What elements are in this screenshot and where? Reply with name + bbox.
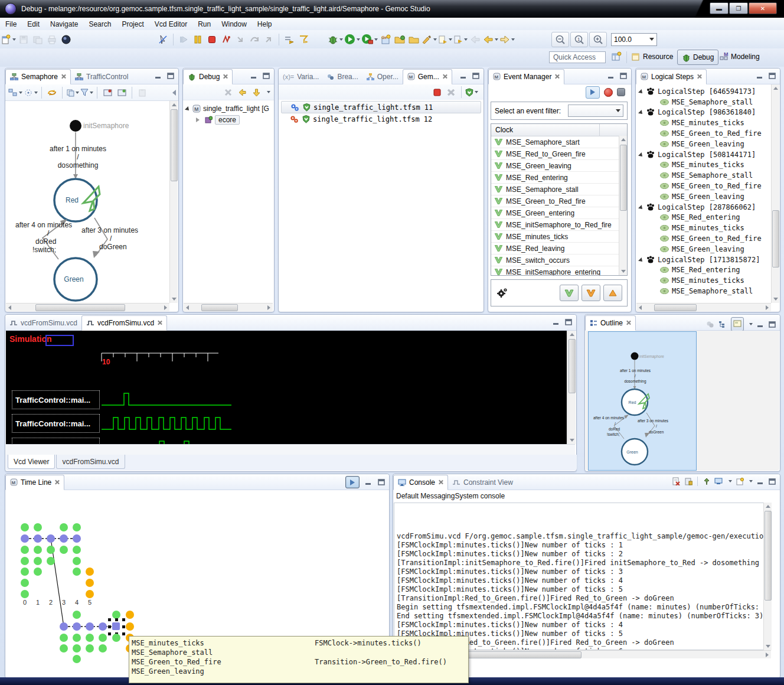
timeline-dot[interactable]: [73, 567, 81, 576]
debug-launch-button[interactable]: [328, 33, 343, 46]
filter-button[interactable]: [80, 86, 93, 99]
logical-step-row[interactable]: LogicalStep [287866062]: [636, 202, 771, 213]
open-folder-icon[interactable]: [407, 33, 420, 46]
timeline-dot[interactable]: [60, 644, 68, 653]
debug-tree-child[interactable]: ecore: [183, 114, 274, 125]
logical-step-row[interactable]: MSE_Red_entering: [636, 265, 771, 276]
engine-row[interactable]: single_traffic_light.tfsm 11: [281, 101, 481, 113]
tab-event-manager[interactable]: M Event Manager: [488, 69, 564, 84]
timeline-dot[interactable]: [73, 644, 81, 653]
selection-handle[interactable]: [115, 618, 118, 621]
menu-item[interactable]: Run: [192, 19, 216, 30]
tab-constraint-view[interactable]: Constraint View: [448, 475, 517, 490]
maximize-view-icon[interactable]: [167, 73, 175, 79]
stop-button[interactable]: [205, 33, 218, 46]
logical-step-row[interactable]: MSE_Green_leaving: [636, 244, 771, 255]
timeline-dot[interactable]: [21, 590, 29, 598]
scroll-right-icon[interactable]: [162, 304, 169, 311]
vcd-signal-label[interactable]: TrafficControl::mai...: [12, 438, 100, 444]
clock-row[interactable]: MSE_minutes_ticks: [491, 231, 627, 243]
logical-step-row[interactable]: MSE_minutes_ticks: [636, 223, 771, 233]
close-icon[interactable]: [554, 74, 560, 79]
display-console-icon[interactable]: [714, 478, 723, 485]
timeline-dot[interactable]: [73, 546, 81, 554]
selection-handle[interactable]: [108, 632, 111, 635]
timeline-dot[interactable]: [86, 644, 94, 653]
timeline-dot[interactable]: [34, 567, 42, 576]
timeline-dot[interactable]: [99, 622, 107, 631]
selection-handle[interactable]: [122, 618, 125, 621]
timeline-dot[interactable]: [73, 523, 81, 531]
scroll-down-icon[interactable]: [568, 436, 576, 444]
clock-row[interactable]: MSE_Red_entering: [491, 172, 627, 184]
refresh-diagram-button[interactable]: [45, 86, 58, 99]
perspective-debug[interactable]: Debug: [677, 50, 718, 65]
event-filter-combo[interactable]: [568, 105, 623, 117]
tab-debug[interactable]: Debug: [183, 69, 233, 84]
maximize-view-icon[interactable]: [620, 73, 628, 79]
close-button[interactable]: ✕: [749, 2, 777, 14]
scroll-down-icon[interactable]: [772, 295, 779, 303]
selection-handle[interactable]: [122, 625, 125, 628]
select-pointer-icon[interactable]: [156, 33, 169, 46]
close-icon[interactable]: [61, 74, 66, 79]
engine-row[interactable]: single_traffic_light.tfsm 12: [281, 113, 481, 125]
timeline-dot[interactable]: [21, 567, 29, 576]
pin-console-icon[interactable]: [703, 478, 710, 485]
selection-mode-button[interactable]: [24, 86, 38, 99]
clock-row[interactable]: MSE_Green_leaving: [491, 160, 627, 172]
copy-appearance-button[interactable]: [66, 86, 79, 99]
maximize-view-icon[interactable]: [472, 73, 480, 79]
step-return-button[interactable]: [262, 33, 275, 46]
scroll-up-icon[interactable]: [764, 503, 772, 510]
logical-step-row[interactable]: MSE_Semaphore_stall: [636, 286, 771, 296]
initial-state-node[interactable]: [70, 120, 81, 132]
export-image-button[interactable]: [101, 86, 114, 99]
disconnect-button[interactable]: [220, 33, 233, 46]
menu-item[interactable]: Vcd Editor: [149, 19, 192, 30]
timeline-dot[interactable]: [86, 590, 94, 598]
record-events-button[interactable]: [604, 88, 613, 97]
diagram-hscrollbar[interactable]: [6, 303, 169, 311]
logical-step-row[interactable]: MSE_Red_entering: [636, 213, 771, 223]
vcd-signal-label[interactable]: TrafficControl::mai...: [12, 390, 100, 409]
minimize-view-icon[interactable]: [365, 479, 373, 485]
timeline-dot[interactable]: [21, 534, 29, 543]
tab-semaphore[interactable]: Semaphore: [5, 69, 71, 84]
timeline-dot[interactable]: [21, 546, 29, 554]
outline-thumbnail[interactable]: initSemaphore after 1 on minutes / dosom…: [588, 331, 697, 471]
tab-gemoc[interactable]: M Gem...: [403, 69, 452, 84]
minimize-view-icon[interactable]: [607, 73, 615, 79]
clock-row[interactable]: MSE_Green_entering: [491, 207, 627, 219]
clear-console-icon[interactable]: [672, 477, 680, 485]
tree-view-icon[interactable]: [718, 321, 727, 328]
vcd-canvas[interactable]: Simulation 10 TrafficControl::mai... Tra…: [6, 331, 567, 444]
clock-row[interactable]: MSE_Semaphore_stall: [491, 184, 627, 195]
scroll-left-icon[interactable]: [6, 304, 14, 311]
timeline-dot[interactable]: [21, 523, 29, 531]
timeline-dot[interactable]: [21, 557, 29, 565]
timeline-dot[interactable]: [126, 622, 134, 631]
perspective-modeling[interactable]: M Modeling: [716, 50, 763, 63]
diagram-canvas[interactable]: initSemaphore after 1 on minutes / dosom…: [6, 101, 169, 303]
maximize-view-icon[interactable]: [263, 73, 270, 79]
timeline-dot[interactable]: [34, 523, 42, 531]
clock-row[interactable]: MSE_Semaphore_start: [491, 136, 627, 148]
menu-item[interactable]: Edit: [22, 19, 45, 30]
tab-operations[interactable]: Oper...: [362, 70, 403, 84]
stop-events-button[interactable]: [617, 88, 625, 96]
menu-item[interactable]: Project: [116, 19, 149, 30]
timeline-dot[interactable]: [73, 634, 81, 642]
timeline-dot[interactable]: [73, 622, 81, 631]
maximize-view-icon[interactable]: [565, 319, 573, 325]
maximize-view-icon[interactable]: [769, 321, 776, 328]
logical-step-row[interactable]: LogicalStep [508144171]: [636, 149, 771, 160]
perspective-resource[interactable]: Resource: [628, 50, 676, 63]
console-vscrollbar[interactable]: [763, 503, 772, 650]
engine-shield-menu-button[interactable]: [465, 86, 478, 99]
minimize-view-icon[interactable]: [756, 73, 764, 79]
tab-console[interactable]: Console: [393, 475, 448, 490]
menu-item[interactable]: File: [0, 19, 22, 30]
selection-handle[interactable]: [108, 618, 111, 621]
tab-vcd-file[interactable]: vcdFromSimu.vcd: [56, 455, 125, 469]
